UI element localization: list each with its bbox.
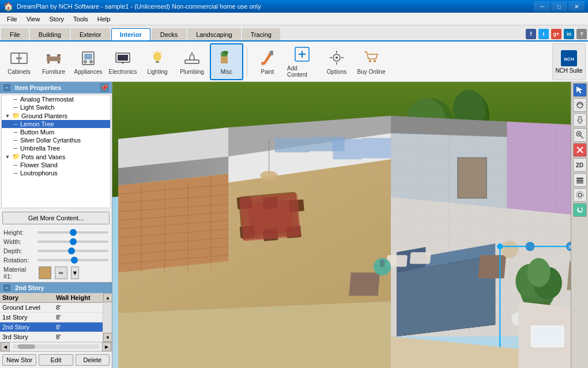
menu-view[interactable]: View: [22, 14, 45, 24]
story-collapse-icon[interactable]: −: [3, 284, 10, 291]
story-h-scrollbar[interactable]: ◀ ▶: [0, 342, 112, 351]
h-scroll-thumb: [18, 344, 35, 349]
social-tw[interactable]: t: [538, 29, 549, 39]
tab-file[interactable]: File: [1, 28, 29, 40]
story-height: 8': [54, 322, 103, 332]
tool-appliances[interactable]: Appliances: [71, 43, 105, 80]
story-panel-header[interactable]: − 2nd Story: [0, 283, 112, 293]
story-scroll-area[interactable]: Story Wall Height Ground Level 8' 1st St…: [0, 293, 103, 342]
story-row-1st[interactable]: 1st Story 8': [0, 313, 103, 322]
tab-tracing[interactable]: Tracing: [242, 28, 280, 40]
story-scroll-down[interactable]: ▼: [103, 333, 112, 342]
delete-tool-button[interactable]: [573, 143, 587, 157]
zoom-tool-button[interactable]: [573, 128, 587, 142]
pan-tool-button[interactable]: [573, 113, 587, 127]
tree-item-ground-planters[interactable]: ▼ 📁 Ground Planters: [2, 111, 110, 120]
material-edit-button[interactable]: ✏: [55, 266, 67, 279]
tree-item-flower-stand[interactable]: ─ Flower Stand: [2, 161, 110, 169]
tree-item-light-switch[interactable]: ─ Light Switch: [2, 103, 110, 111]
tool-paint[interactable]: Paint: [251, 43, 284, 80]
tab-exterior[interactable]: Exterior: [71, 28, 110, 40]
svg-point-194: [578, 193, 582, 197]
tool-furniture[interactable]: Furniture: [37, 43, 70, 80]
toolbar: Cabinets Furniture Appliances Electronic…: [0, 42, 588, 82]
width-slider[interactable]: [37, 241, 108, 243]
minimize-button[interactable]: ─: [534, 1, 550, 12]
svg-rect-5: [47, 54, 50, 57]
tool-add-content[interactable]: Add Content: [285, 43, 319, 80]
tree-item-lemon-tree[interactable]: ─ Lemon Tree: [2, 120, 110, 128]
tool-buy-online[interactable]: Buy Online: [355, 43, 388, 80]
settings-tool-button[interactable]: [573, 188, 587, 202]
story-row-2nd[interactable]: 2nd Story 8': [0, 322, 103, 332]
orbit-tool-button[interactable]: [573, 98, 587, 112]
tab-interior[interactable]: Interior: [111, 28, 150, 40]
svg-text:x: x: [568, 243, 571, 250]
get-more-content-button[interactable]: Get More Content...: [2, 212, 110, 224]
social-help[interactable]: ?: [576, 29, 587, 39]
svg-point-27: [223, 51, 228, 54]
rotation-slider[interactable]: [37, 259, 108, 261]
social-li[interactable]: in: [564, 29, 574, 39]
cursor-tool-button[interactable]: [573, 83, 587, 97]
color-tool-button[interactable]: [573, 203, 587, 217]
new-story-button[interactable]: New Stor: [2, 354, 36, 366]
h-scroll-right[interactable]: ▶: [102, 342, 111, 351]
tab-building[interactable]: Building: [30, 28, 70, 40]
story-row-3rd[interactable]: 3rd Story 8': [0, 332, 103, 342]
story-height: 8': [54, 303, 103, 313]
tab-landscaping[interactable]: Landscaping: [187, 28, 240, 40]
svg-point-17: [153, 52, 161, 61]
social-fb[interactable]: f: [526, 29, 536, 39]
nch-suite-button[interactable]: NCH NCH Suite: [552, 43, 586, 80]
menu-file[interactable]: File: [2, 14, 22, 24]
delete-story-button[interactable]: Delete: [76, 354, 110, 366]
tool-options[interactable]: Options: [320, 43, 353, 80]
lighting-icon: [148, 48, 167, 67]
story-col-story: Story: [0, 293, 54, 303]
close-button[interactable]: ✕: [568, 1, 585, 12]
menu-tools[interactable]: Tools: [69, 14, 93, 24]
tool-lighting[interactable]: Lighting: [141, 43, 174, 80]
collapse-icon[interactable]: −: [3, 84, 10, 91]
tree-item-umbrella-tree[interactable]: ─ Umbrella Tree: [2, 144, 110, 152]
svg-rect-14: [118, 55, 128, 61]
tree-item-analog-thermostat[interactable]: ─ Analog Thermostat: [2, 95, 110, 103]
social-gp[interactable]: g+: [551, 29, 561, 39]
paint-label: Paint: [261, 69, 274, 75]
tree-item-button-mum[interactable]: ─ Button Mum: [2, 128, 110, 136]
menu-help[interactable]: Help: [93, 14, 115, 24]
pin-icon[interactable]: 📌: [100, 84, 108, 92]
tree-item-pots-and-vases[interactable]: ▼ 📁 Pots and Vases: [2, 152, 110, 161]
tree-view[interactable]: ─ Analog Thermostat ─ Light Switch ▼ 📁 G…: [1, 95, 111, 208]
main-area: − Item Properties 📌 ─ Analog Thermostat …: [0, 82, 588, 368]
edit-story-button[interactable]: Edit: [39, 354, 73, 366]
layers-button[interactable]: [573, 173, 587, 187]
story-scroll-up[interactable]: ▲: [103, 293, 112, 302]
canvas-area[interactable]: x: [112, 82, 571, 368]
plumbing-icon: [183, 48, 201, 67]
tool-cabinets[interactable]: Cabinets: [2, 43, 36, 80]
item-properties-header[interactable]: − Item Properties 📌: [0, 82, 112, 93]
tab-decks[interactable]: Decks: [152, 28, 187, 40]
floor-plan-svg: x: [112, 82, 571, 368]
tool-electronics[interactable]: Electronics: [106, 43, 140, 80]
tool-misc[interactable]: Misc: [210, 43, 243, 80]
height-slider[interactable]: [37, 231, 108, 234]
tree-label: Light Switch: [20, 104, 54, 111]
material-swatch[interactable]: [39, 266, 51, 279]
menu-story[interactable]: Story: [44, 14, 69, 24]
story-height: 8': [54, 313, 103, 322]
tool-plumbing[interactable]: Plumbing: [175, 43, 209, 80]
h-scroll-left[interactable]: ◀: [1, 342, 10, 351]
story-col-height: Wall Height: [54, 293, 103, 303]
maximize-button[interactable]: □: [551, 1, 567, 12]
tree-item-loutrophorus[interactable]: ─ Loutrophorus: [2, 169, 110, 177]
2d-toggle-button[interactable]: 2D: [573, 158, 587, 172]
depth-slider[interactable]: [37, 250, 108, 252]
tree-item-silver-dollar[interactable]: ─ Silver Dollar Cyrtanthus: [2, 136, 110, 144]
story-panel-title: 2nd Story: [15, 284, 44, 291]
width-label: Width:: [3, 238, 35, 245]
material-dropdown[interactable]: ▼: [71, 266, 79, 279]
story-row-ground[interactable]: Ground Level 8': [0, 303, 103, 313]
